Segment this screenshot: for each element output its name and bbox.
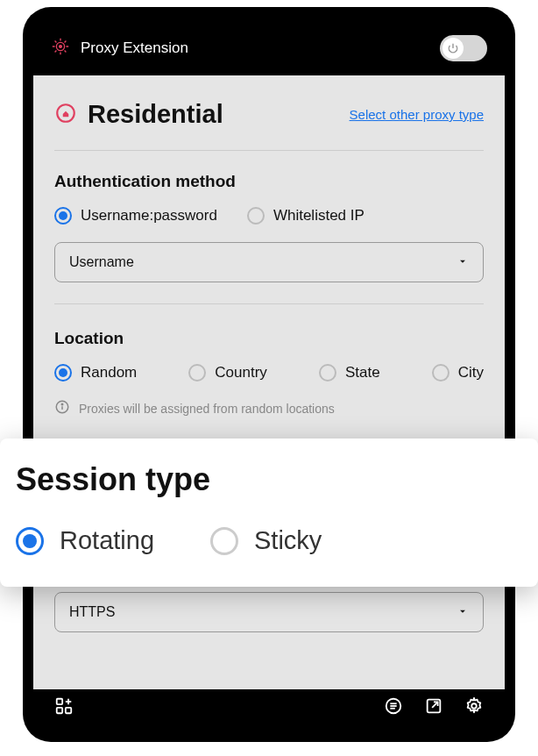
bottom-nav	[33, 684, 505, 731]
auth-section-title: Authentication method	[54, 172, 484, 191]
svg-line-24	[432, 702, 437, 707]
radio-icon	[188, 364, 206, 382]
chevron-down-icon	[457, 255, 469, 270]
select-value: HTTPS	[69, 604, 115, 620]
svg-line-6	[55, 41, 57, 43]
chevron-down-icon	[457, 605, 469, 620]
username-select[interactable]: Username	[54, 242, 484, 282]
location-section-title: Location	[54, 329, 484, 348]
location-option-city[interactable]: City	[432, 364, 484, 382]
location-radio-row: Random Country State City	[54, 364, 484, 382]
radio-label: Rotating	[60, 526, 154, 555]
divider	[54, 150, 484, 151]
radio-label: City	[458, 364, 484, 382]
target-icon	[51, 37, 70, 60]
apps-icon[interactable]	[54, 696, 74, 719]
bottom-right	[384, 696, 484, 719]
protocol-select[interactable]: HTTPS	[54, 592, 484, 632]
svg-point-25	[471, 703, 477, 709]
list-icon[interactable]	[384, 696, 403, 719]
location-info-row: Proxies will be assigned from random loc…	[54, 399, 484, 418]
settings-icon[interactable]	[464, 696, 484, 719]
svg-point-13	[61, 403, 63, 405]
session-type-overlay: Session type Rotating Sticky	[0, 439, 538, 587]
auth-option-whitelisted[interactable]: Whitelisted IP	[247, 207, 365, 225]
session-section-title: Session type	[16, 461, 512, 498]
residential-icon	[54, 102, 77, 128]
radio-label: Username:password	[81, 207, 217, 225]
header-left: Proxy Extension	[51, 37, 188, 60]
select-other-proxy-link[interactable]: Select other proxy type	[350, 107, 484, 122]
divider	[54, 303, 484, 304]
radio-icon	[210, 527, 238, 555]
auth-section: Authentication method Username:password …	[54, 172, 484, 304]
header-title: Proxy Extension	[81, 39, 188, 57]
radio-label: Random	[81, 364, 137, 382]
svg-rect-15	[57, 708, 62, 713]
radio-icon	[247, 207, 265, 225]
radio-label: State	[345, 364, 380, 382]
radio-icon	[54, 364, 72, 382]
content: Residential Select other proxy type Auth…	[33, 75, 505, 689]
radio-icon	[54, 207, 72, 225]
radio-icon	[319, 364, 336, 382]
page-title: Residential	[88, 100, 223, 129]
svg-line-9	[65, 41, 67, 43]
svg-rect-16	[66, 708, 71, 713]
session-option-sticky[interactable]: Sticky	[210, 526, 322, 555]
radio-icon	[16, 527, 44, 555]
svg-line-7	[65, 51, 67, 53]
location-option-state[interactable]: State	[319, 364, 380, 382]
radio-label: Whitelisted IP	[273, 207, 365, 225]
radio-label: Sticky	[254, 526, 322, 555]
location-section: Location Random Country State City	[54, 329, 484, 418]
select-value: Username	[69, 254, 134, 270]
title-left: Residential	[54, 100, 223, 129]
svg-point-1	[60, 46, 62, 48]
open-external-icon[interactable]	[424, 696, 443, 719]
radio-icon	[432, 364, 450, 382]
svg-rect-14	[57, 699, 62, 704]
location-option-random[interactable]: Random	[54, 364, 137, 382]
session-radio-row: Rotating Sticky	[16, 526, 512, 555]
radio-label: Country	[215, 364, 267, 382]
location-option-country[interactable]: Country	[188, 364, 267, 382]
power-toggle[interactable]	[440, 35, 487, 61]
toggle-knob	[442, 38, 464, 59]
location-info-text: Proxies will be assigned from random loc…	[79, 402, 335, 416]
title-row: Residential Select other proxy type	[54, 100, 484, 129]
auth-radio-row: Username:password Whitelisted IP	[54, 207, 484, 225]
header: Proxy Extension	[33, 18, 505, 75]
device-frame: Proxy Extension Residential	[23, 7, 515, 742]
session-option-rotating[interactable]: Rotating	[16, 526, 154, 555]
svg-line-8	[55, 51, 57, 53]
info-icon	[54, 399, 70, 418]
auth-option-userpass[interactable]: Username:password	[54, 207, 217, 225]
